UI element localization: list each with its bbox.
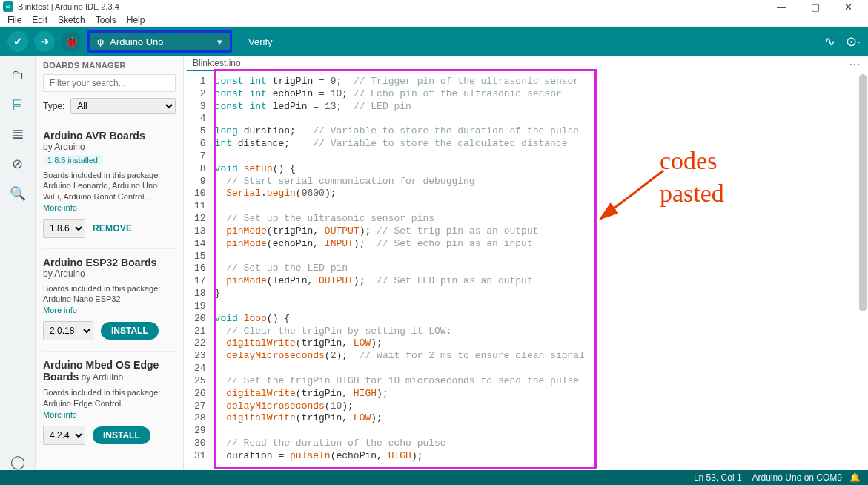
boards-manager-panel: BOARDS MANAGER Type: All Arduino AVR Boa… <box>36 56 184 470</box>
package-author: by Arduino <box>43 142 176 152</box>
tab-overflow-icon[interactable]: ⋯ <box>849 57 861 71</box>
close-button[interactable]: ✕ <box>832 1 865 13</box>
package-card: Arduino Mbed OS Edge Boards by Arduino B… <box>43 351 176 455</box>
menu-help[interactable]: Help <box>127 15 145 25</box>
minimize-button[interactable]: — <box>765 1 798 13</box>
status-bar: Ln 53, Col 1 Arduino Uno on COM9 🔔 <box>0 470 868 485</box>
debug-panel-icon[interactable]: ⊘ <box>10 156 26 172</box>
package-more-info-link[interactable]: More info <box>43 203 77 212</box>
menu-sketch[interactable]: Sketch <box>58 15 85 25</box>
status-board: Arduino Uno on COM9 <box>752 472 842 483</box>
package-installed-badge: 1.8.6 installed <box>43 155 102 165</box>
menu-tools[interactable]: Tools <box>96 15 116 25</box>
debug-button[interactable]: 🐞 <box>61 31 82 52</box>
serial-plotter-icon[interactable]: ∿ <box>824 33 835 50</box>
usb-icon: ψ <box>97 36 104 47</box>
package-more-info-link[interactable]: More info <box>43 410 77 419</box>
package-more-info-link[interactable]: More info <box>43 306 77 314</box>
package-author: by Arduino <box>43 268 176 279</box>
board-selector[interactable]: ψ Arduino Uno ▾ <box>87 30 232 53</box>
package-name: Arduino AVR Boards <box>43 130 176 142</box>
menu-edit[interactable]: Edit <box>32 15 47 25</box>
type-label: Type: <box>43 101 64 111</box>
library-manager-icon[interactable]: 𝌆 <box>10 126 26 142</box>
verify-button[interactable]: ✔ <box>7 31 28 52</box>
chevron-down-icon: ▾ <box>217 36 222 47</box>
window-title: Blinktest | Arduino IDE 2.3.4 <box>18 2 119 11</box>
package-version-select[interactable]: 4.2.4 <box>43 426 85 445</box>
menu-file[interactable]: File <box>7 15 21 25</box>
package-version-select[interactable]: 2.0.18- <box>43 321 93 340</box>
maximize-button[interactable]: ▢ <box>798 1 832 13</box>
account-icon[interactable]: ◯ <box>10 454 26 470</box>
package-install-button[interactable]: INSTALL <box>93 426 150 444</box>
package-card: Arduino ESP32 Boardsby Arduino Boards in… <box>43 248 176 352</box>
search-icon[interactable]: 🔍 <box>10 185 26 202</box>
window-titlebar: ∞ Blinktest | Arduino IDE 2.3.4 — ▢ ✕ <box>0 0 868 13</box>
boards-search-input[interactable] <box>43 74 176 92</box>
package-description: Boards included in this package: Arduino… <box>43 387 176 409</box>
app-logo-icon: ∞ <box>3 1 13 12</box>
code-editor[interactable]: 1234567891011121314151617181920212223242… <box>184 71 868 470</box>
tab-active[interactable]: Blinktest.ino <box>187 56 247 71</box>
package-author: by Arduino <box>82 372 124 383</box>
toolbar-verify-label: Verify <box>248 36 273 47</box>
editor-tabbar: Blinktest.ino ⋯ <box>184 56 868 71</box>
package-description: Boards included in this package: Arduino… <box>43 170 176 202</box>
notifications-icon[interactable]: 🔔 <box>849 472 861 483</box>
editor-scrollbar[interactable] <box>858 71 868 470</box>
package-card: Arduino AVR Boardsby Arduino 1.8.6 insta… <box>43 122 176 248</box>
main-body: 🗀 ⌸ 𝌆 ⊘ 🔍 ◯ BOARDS MANAGER Type: All Ard… <box>0 56 868 470</box>
serial-monitor-icon[interactable]: ⊙· <box>846 33 861 50</box>
editor-area: Blinktest.ino ⋯ 123456789101112131415161… <box>184 56 868 470</box>
package-remove-button[interactable]: REMOVE <box>93 223 132 234</box>
toolbar: ✔ ➜ 🐞 ψ Arduino Uno ▾ Verify ∿ ⊙· <box>0 27 868 56</box>
upload-button[interactable]: ➜ <box>34 31 55 52</box>
boards-manager-icon[interactable]: ⌸ <box>10 96 26 113</box>
board-selector-label: Arduino Uno <box>110 36 163 47</box>
package-description: Boards included in this package: Arduino… <box>43 283 176 305</box>
type-select[interactable]: All <box>70 98 176 114</box>
code-lines[interactable]: const int trigPin = 9; // Trigger pin of… <box>215 76 868 470</box>
status-cursor: Ln 53, Col 1 <box>694 472 742 483</box>
activity-bar: 🗀 ⌸ 𝌆 ⊘ 🔍 ◯ <box>0 56 36 470</box>
line-gutter: 1234567891011121314151617181920212223242… <box>184 76 215 470</box>
folder-icon[interactable]: 🗀 <box>10 67 26 83</box>
package-install-button[interactable]: INSTALL <box>101 322 159 340</box>
sidebar-heading: BOARDS MANAGER <box>43 61 176 70</box>
menu-bar: File Edit Sketch Tools Help <box>0 13 868 27</box>
package-name: Arduino ESP32 Boards <box>43 257 176 268</box>
package-version-select[interactable]: 1.8.6 <box>43 219 85 238</box>
